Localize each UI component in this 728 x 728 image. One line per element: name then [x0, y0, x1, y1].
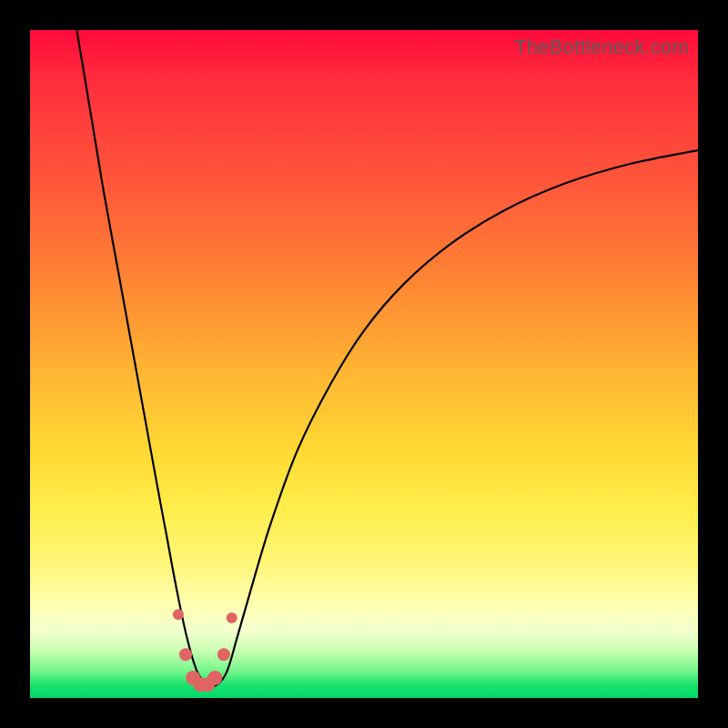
marker-dot — [227, 612, 238, 623]
marker-dot — [173, 609, 184, 620]
bottleneck-curve — [30, 30, 698, 698]
marker-dot — [179, 648, 192, 661]
watermark-text: TheBottleneck.com — [514, 35, 689, 59]
plot-area: TheBottleneck.com — [30, 30, 698, 698]
chart-frame: TheBottleneck.com — [0, 0, 728, 728]
marker-dot — [217, 648, 230, 661]
marker-dot — [207, 671, 222, 685]
curve-line — [76, 30, 698, 686]
